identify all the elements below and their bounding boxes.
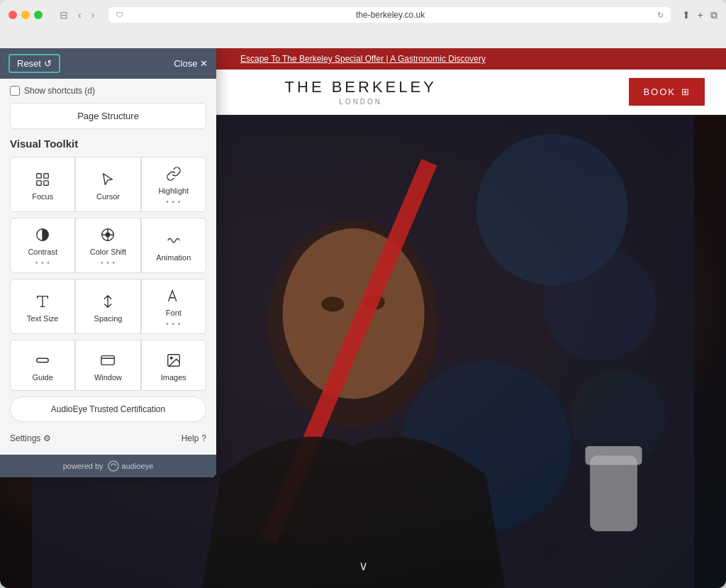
settings-icon: ⚙ (43, 433, 51, 443)
images-label: Images (161, 373, 186, 382)
browser-chrome: ⊟ ‹ › 🛡 the-berkeley.co.uk ↻ ⬆ + ⧉ (0, 0, 726, 48)
toolkit-item-animation[interactable]: Animation (142, 218, 206, 272)
reset-button[interactable]: Reset ↺ (9, 54, 60, 73)
svg-rect-11 (585, 446, 642, 465)
audioeye-cert-button[interactable]: AudioEye Trusted Certification (10, 396, 206, 422)
toolkit-item-cursor[interactable]: Cursor (76, 157, 140, 211)
sidebar-toggle-button[interactable]: ⊟ (57, 8, 71, 22)
guide-label: Guide (32, 373, 52, 382)
highlight-icon (166, 166, 182, 184)
svg-rect-10 (590, 455, 637, 531)
scroll-indicator[interactable]: ∨ (359, 558, 368, 574)
reload-button[interactable]: ↻ (657, 11, 664, 20)
contrast-label: Contrast (28, 248, 57, 256)
help-label: Help (182, 433, 199, 443)
toolkit-item-spacing[interactable]: Spacing (76, 279, 140, 333)
panel-header: Reset ↺ Close ✕ (0, 48, 216, 79)
svg-rect-15 (44, 180, 48, 184)
spacing-label: Spacing (94, 314, 123, 323)
powered-by-text: powered by (63, 462, 104, 470)
traffic-lights (9, 11, 43, 19)
shield-icon: 🛡 (116, 11, 123, 19)
settings-button[interactable]: Settings ⚙ (10, 433, 51, 443)
toolkit-item-highlight[interactable]: Highlight • • • (142, 157, 206, 211)
animation-icon (166, 233, 182, 250)
visual-toolkit-title: Visual Toolkit (10, 138, 206, 150)
color-shift-dots: • • • (101, 259, 116, 267)
svg-rect-14 (37, 180, 41, 184)
browser-actions: ⬆ + ⧉ (682, 9, 717, 21)
browser-titlebar: ⊟ ‹ › 🛡 the-berkeley.co.uk ↻ ⬆ + ⧉ (9, 7, 717, 23)
website-content: Escape To The Berkeley Special Offer | A… (0, 48, 726, 588)
panel-footer: powered by audioeye (0, 455, 216, 477)
toolkit-item-window[interactable]: Window (76, 340, 140, 390)
toolkit-item-font[interactable]: Font • • • (142, 279, 206, 333)
highlight-label: Highlight (158, 187, 189, 195)
text-size-label: Text Size (27, 314, 59, 323)
font-dots: • • • (166, 320, 181, 328)
close-panel-button[interactable]: Close ✕ (174, 58, 208, 69)
svg-rect-12 (37, 173, 41, 177)
svg-point-23 (108, 461, 118, 471)
highlight-dots: • • • (166, 198, 181, 206)
close-traffic-light[interactable] (9, 11, 17, 19)
svg-point-22 (170, 357, 172, 359)
svg-point-2 (542, 248, 656, 361)
banner-link[interactable]: Escape To The Berkeley Special Offer | A… (240, 54, 486, 64)
color-shift-label: Color Shift (90, 248, 126, 256)
toolkit-item-focus[interactable]: Focus (11, 157, 74, 211)
spacing-icon (100, 294, 116, 311)
toolkit-grid-row2: Contrast • • • Color Shift • • • (10, 218, 206, 273)
svg-point-7 (321, 296, 344, 311)
show-shortcuts-label: Show shortcuts (d) (24, 86, 95, 96)
svg-point-6 (283, 228, 425, 399)
focus-icon (35, 172, 50, 189)
cursor-label: Cursor (96, 192, 120, 201)
toolkit-grid-row3: Text Size Spacing Font • • • (10, 279, 206, 334)
toolkit-grid-row1: Focus Cursor Highlight • • • (10, 157, 206, 212)
contrast-icon (35, 227, 50, 245)
address-bar[interactable]: 🛡 the-berkeley.co.uk ↻ (108, 7, 670, 23)
tabs-button[interactable]: ⧉ (710, 9, 717, 21)
settings-label: Settings (10, 433, 40, 443)
accessibility-panel: Reset ↺ Close ✕ Show shortcuts (d) Page … (0, 48, 216, 477)
svg-rect-13 (44, 173, 48, 177)
page-structure-button[interactable]: Page Structure (10, 103, 206, 129)
svg-rect-19 (37, 358, 49, 362)
maximize-traffic-light[interactable] (34, 11, 43, 19)
share-button[interactable]: ⬆ (682, 9, 691, 21)
font-icon (166, 288, 182, 306)
book-button[interactable]: BOOK ⊞ (629, 78, 705, 106)
new-tab-button[interactable]: + (698, 9, 703, 21)
font-label: Font (166, 309, 182, 317)
forward-button[interactable]: › (89, 8, 98, 22)
browser-window: ⊟ ‹ › 🛡 the-berkeley.co.uk ↻ ⬆ + ⧉ Escap… (0, 0, 726, 588)
toolkit-item-text-size[interactable]: Text Size (11, 279, 74, 333)
panel-footer-links: Settings ⚙ Help ? (10, 429, 206, 448)
url-text: the-berkeley.co.uk (128, 10, 652, 20)
book-icon: ⊞ (681, 87, 691, 97)
toolkit-item-color-shift[interactable]: Color Shift • • • (76, 218, 140, 272)
toolkit-grid-row4: Guide Window Images (10, 340, 206, 391)
window-icon (100, 353, 116, 370)
contrast-dots: • • • (35, 259, 50, 267)
help-button[interactable]: Help ? (182, 433, 206, 443)
panel-body: Show shortcuts (d) Page Structure Visual… (0, 79, 216, 455)
audioeye-logo: audioeye (108, 460, 154, 472)
toolkit-item-contrast[interactable]: Contrast • • • (11, 218, 74, 272)
minimize-traffic-light[interactable] (21, 11, 30, 19)
svg-point-18 (106, 233, 111, 237)
help-icon: ? (201, 433, 206, 443)
guide-icon (35, 353, 50, 370)
toolkit-item-images[interactable]: Images (142, 340, 206, 390)
window-label: Window (94, 373, 122, 382)
back-button[interactable]: ‹ (75, 8, 84, 22)
show-shortcuts-checkbox[interactable] (10, 86, 20, 96)
images-icon (166, 353, 182, 370)
browser-tabs (9, 28, 717, 48)
focus-label: Focus (32, 192, 53, 201)
browser-nav: ⊟ ‹ › (57, 8, 97, 22)
toolkit-item-guide[interactable]: Guide (11, 340, 74, 390)
audioeye-brand-text: audioeye (122, 462, 154, 470)
color-shift-icon (100, 227, 116, 245)
